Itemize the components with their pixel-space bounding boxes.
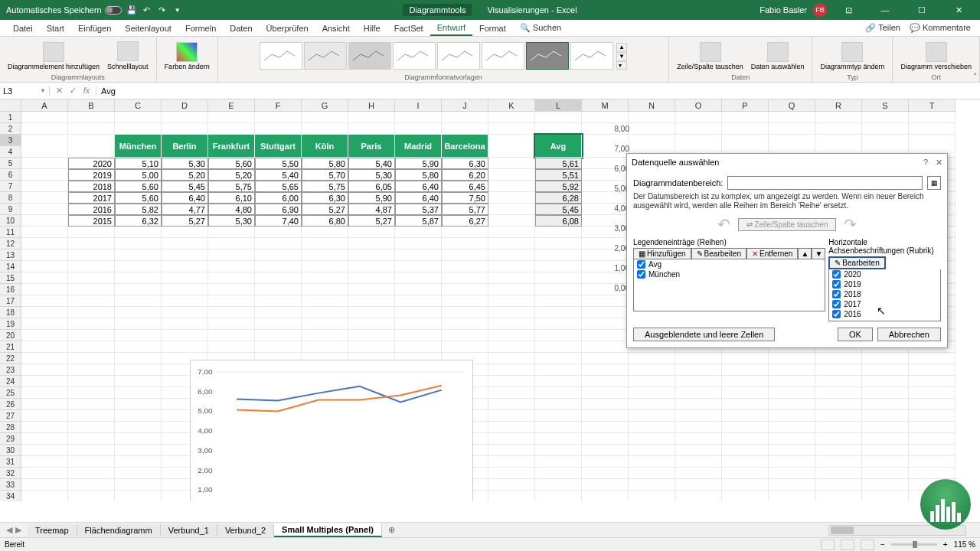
undo-icon[interactable]: ↶ — [142, 5, 152, 15]
cell[interactable] — [21, 318, 68, 330]
cell[interactable] — [115, 433, 162, 445]
cell[interactable] — [21, 192, 68, 204]
cell[interactable] — [629, 387, 675, 399]
column-header[interactable]: P — [722, 99, 769, 112]
cell[interactable] — [815, 433, 862, 445]
cell[interactable]: 5,45 — [535, 204, 582, 215]
cell[interactable] — [582, 410, 629, 422]
cell[interactable] — [21, 135, 68, 158]
comments-button[interactable]: 💬 Kommentare — [910, 23, 971, 33]
cell[interactable] — [535, 364, 582, 376]
cell[interactable] — [675, 399, 722, 410]
cell[interactable] — [535, 456, 582, 468]
cell[interactable] — [348, 238, 395, 249]
cell[interactable] — [21, 158, 68, 169]
row-header[interactable]: 2 — [0, 123, 21, 135]
cell[interactable]: 6,10 — [208, 192, 255, 204]
cell[interactable] — [68, 307, 115, 318]
cell[interactable] — [535, 272, 582, 284]
cell[interactable] — [675, 410, 722, 422]
cell[interactable] — [68, 387, 115, 399]
cell[interactable] — [115, 353, 162, 364]
cell[interactable] — [302, 330, 348, 341]
column-header[interactable]: S — [862, 99, 909, 112]
cell[interactable] — [582, 387, 629, 399]
series-move-up-button[interactable]: ▲ — [798, 248, 812, 259]
cell[interactable] — [68, 399, 115, 410]
cell[interactable]: 5,10 — [115, 158, 162, 169]
row-header[interactable]: 19 — [0, 318, 21, 330]
cell[interactable] — [21, 204, 68, 215]
row-header[interactable]: 25 — [0, 387, 21, 399]
cell[interactable]: 5,60 — [208, 158, 255, 169]
cell[interactable]: 4,80 — [208, 204, 255, 215]
cell[interactable] — [162, 112, 208, 123]
cell[interactable] — [115, 387, 162, 399]
cell[interactable] — [208, 318, 255, 330]
cell[interactable] — [769, 445, 815, 456]
cell[interactable]: 5,37 — [395, 204, 442, 215]
cell[interactable]: 5,87 — [395, 215, 442, 227]
zoom-slider[interactable] — [891, 543, 937, 546]
cell[interactable] — [582, 433, 629, 445]
cell[interactable] — [862, 410, 909, 422]
cell[interactable] — [395, 112, 442, 123]
cell[interactable]: 5,50 — [255, 158, 302, 169]
cell[interactable] — [535, 261, 582, 272]
cell[interactable] — [162, 341, 208, 353]
cell[interactable] — [862, 433, 909, 445]
cell[interactable] — [629, 468, 675, 479]
cell[interactable] — [815, 353, 862, 364]
cell[interactable] — [582, 376, 629, 387]
cell[interactable] — [535, 422, 582, 433]
cell[interactable]: Avg — [535, 135, 582, 158]
cell[interactable] — [21, 433, 68, 445]
cell[interactable] — [488, 192, 535, 204]
cell[interactable] — [909, 468, 956, 479]
cell[interactable] — [862, 387, 909, 399]
cell[interactable] — [115, 238, 162, 249]
cell[interactable] — [302, 341, 348, 353]
cell[interactable] — [255, 295, 302, 307]
cell[interactable] — [815, 364, 862, 376]
cell[interactable] — [21, 181, 68, 192]
column-header[interactable]: O — [675, 99, 722, 112]
cell[interactable]: 5,75 — [302, 181, 348, 192]
cell[interactable] — [115, 445, 162, 456]
cell[interactable] — [68, 479, 115, 491]
cell[interactable]: 6,28 — [535, 192, 582, 204]
cell[interactable] — [21, 456, 68, 468]
cell[interactable] — [68, 456, 115, 468]
cell[interactable] — [255, 123, 302, 135]
cell[interactable] — [115, 123, 162, 135]
cell[interactable] — [395, 261, 442, 272]
row-header[interactable]: 8 — [0, 192, 21, 204]
cell[interactable]: 5,75 — [208, 181, 255, 192]
category-item[interactable]: 2018 — [829, 289, 940, 299]
cell[interactable] — [582, 491, 629, 501]
cell[interactable] — [488, 227, 535, 238]
cell[interactable] — [395, 272, 442, 284]
cell[interactable] — [208, 295, 255, 307]
cell[interactable] — [442, 249, 488, 261]
cell[interactable] — [21, 238, 68, 249]
sheet-tab-verbund2[interactable]: Verbund_2 — [217, 524, 274, 536]
cell[interactable] — [442, 330, 488, 341]
cell[interactable] — [535, 445, 582, 456]
cell[interactable]: 5,27 — [348, 215, 395, 227]
cell[interactable] — [208, 284, 255, 295]
cell[interactable] — [208, 261, 255, 272]
cell[interactable] — [21, 410, 68, 422]
cell[interactable] — [255, 330, 302, 341]
cell[interactable] — [442, 112, 488, 123]
cell[interactable] — [21, 123, 68, 135]
cell[interactable]: 5,90 — [395, 158, 442, 169]
cell[interactable] — [68, 249, 115, 261]
cell[interactable]: 6,40 — [395, 181, 442, 192]
cell[interactable] — [348, 318, 395, 330]
cell[interactable] — [675, 376, 722, 387]
cell[interactable] — [302, 272, 348, 284]
zoom-in-icon[interactable]: + — [943, 540, 948, 549]
cancel-formula-icon[interactable]: ✕ — [53, 86, 65, 96]
cell[interactable]: 5,30 — [208, 215, 255, 227]
